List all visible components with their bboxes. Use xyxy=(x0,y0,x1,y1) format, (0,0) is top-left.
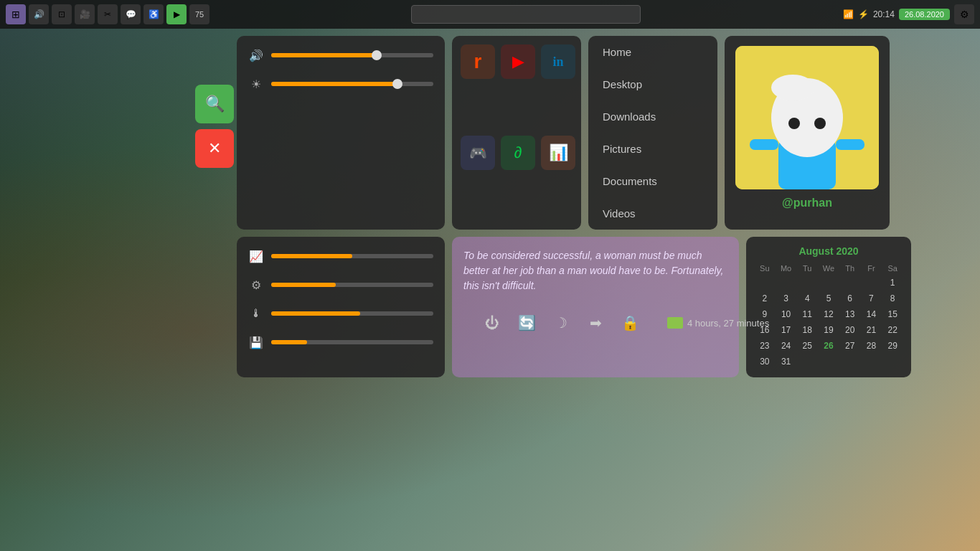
brightness-thumb[interactable] xyxy=(392,79,402,89)
stat1-track[interactable] xyxy=(271,254,433,258)
cal-day-empty xyxy=(776,276,796,290)
cal-day-10[interactable]: 10 xyxy=(776,307,796,321)
lock-icon[interactable]: 🔒 xyxy=(618,311,641,334)
stat4-row: 💾 xyxy=(248,334,433,350)
cal-day-19[interactable]: 19 xyxy=(819,323,839,337)
cal-day-21[interactable]: 21 xyxy=(862,323,882,337)
cal-day-26-today[interactable]: 26 xyxy=(819,339,839,353)
cal-day-22[interactable]: 22 xyxy=(882,323,903,337)
nav-downloads[interactable]: Downloads xyxy=(588,100,717,133)
cal-day-23[interactable]: 23 xyxy=(755,339,775,353)
topbar-video-icon[interactable]: 🎥 xyxy=(75,4,95,24)
topbar-scissors-icon[interactable]: ✂ xyxy=(98,4,118,24)
cal-header-mo: Mo xyxy=(776,263,796,274)
cal-header-fr: Fr xyxy=(862,263,882,274)
nav-documents[interactable]: Documents xyxy=(588,165,717,197)
topbar-grid-icon[interactable]: ⊞ xyxy=(6,4,26,24)
topbar-play-icon[interactable]: ▶ xyxy=(166,4,187,24)
cal-day-empty xyxy=(840,354,860,369)
nav-pictures[interactable]: Pictures xyxy=(588,133,717,165)
topbar-search-bar[interactable] xyxy=(411,5,641,24)
stat2-row: ⚙ xyxy=(248,277,433,293)
cal-day-1[interactable]: 1 xyxy=(882,276,903,290)
avatar-svg xyxy=(735,46,879,189)
cal-day-24[interactable]: 24 xyxy=(776,339,796,353)
nav-home[interactable]: Home xyxy=(588,36,717,68)
sliders-panel-top: 🔊 ☀ xyxy=(237,36,445,230)
cal-day-31[interactable]: 31 xyxy=(776,354,796,369)
cal-day-29[interactable]: 29 xyxy=(882,339,903,353)
topbar-volume-number[interactable]: 75 xyxy=(189,4,209,24)
topbar-date-btn[interactable]: 26.08.2020 xyxy=(899,9,950,20)
volume-icon: 🔊 xyxy=(248,47,264,63)
power-icon[interactable]: ⏻ xyxy=(481,311,504,334)
svg-point-3 xyxy=(771,75,814,100)
topbar-time: 20:14 xyxy=(873,9,895,19)
cal-day-18[interactable]: 18 xyxy=(797,323,817,337)
cal-day-27[interactable]: 27 xyxy=(840,339,860,353)
logout-icon[interactable]: ➡ xyxy=(584,311,607,334)
stat3-fill xyxy=(271,311,360,316)
stat4-track[interactable] xyxy=(271,340,433,344)
cal-day-17[interactable]: 17 xyxy=(776,323,796,337)
topbar-accessibility-icon[interactable]: ♿ xyxy=(143,4,164,24)
chart-link[interactable]: 📊 xyxy=(541,136,575,170)
cal-day-2[interactable]: 2 xyxy=(755,291,775,306)
row1: 🔊 ☀ r ▶ in 🎮 ∂ xyxy=(237,36,911,230)
cal-day-7[interactable]: 7 xyxy=(862,291,882,306)
deviantart-link[interactable]: ∂ xyxy=(501,136,535,170)
cal-day-11[interactable]: 11 xyxy=(797,307,817,321)
cal-day-6[interactable]: 6 xyxy=(840,291,860,306)
brightness-slider-row: ☀ xyxy=(248,76,433,92)
volume-track[interactable] xyxy=(271,53,433,57)
topbar-audio-icon[interactable]: 🔊 xyxy=(29,4,49,24)
stat2-track[interactable] xyxy=(271,283,433,287)
cal-day-28[interactable]: 28 xyxy=(862,339,882,353)
topbar-chat-icon[interactable]: 💬 xyxy=(121,4,141,24)
main-container: 🔊 ☀ r ▶ in 🎮 ∂ xyxy=(237,36,911,377)
nav-desktop[interactable]: Desktop xyxy=(588,68,717,100)
cal-day-12[interactable]: 12 xyxy=(819,307,839,321)
cal-header-tu: Tu xyxy=(797,263,817,274)
stat4-icon: 💾 xyxy=(248,334,264,350)
cal-day-14[interactable]: 14 xyxy=(862,307,882,321)
discord-link[interactable]: 🎮 xyxy=(461,136,495,170)
svg-rect-7 xyxy=(836,139,864,150)
cal-day-8[interactable]: 8 xyxy=(882,291,903,306)
reddit-link[interactable]: r xyxy=(461,44,495,79)
svg-point-4 xyxy=(788,118,800,129)
cal-day-empty xyxy=(797,354,817,369)
cal-day-13[interactable]: 13 xyxy=(840,307,860,321)
cal-day-empty xyxy=(755,276,775,290)
svg-rect-6 xyxy=(750,139,778,150)
brightness-track[interactable] xyxy=(271,82,433,86)
volume-thumb[interactable] xyxy=(372,50,382,60)
stat3-row: 🌡 xyxy=(248,306,433,321)
username: @purhan xyxy=(782,197,832,209)
close-button[interactable]: ✕ xyxy=(195,129,234,168)
cal-day-3[interactable]: 3 xyxy=(776,291,796,306)
restart-icon[interactable]: 🔄 xyxy=(515,311,538,334)
sleep-icon[interactable]: ☽ xyxy=(550,311,573,334)
cal-day-15[interactable]: 15 xyxy=(882,307,903,321)
cal-day-25[interactable]: 25 xyxy=(797,339,817,353)
youtube-link[interactable]: ▶ xyxy=(501,44,535,79)
search-button[interactable]: 🔍 xyxy=(195,85,234,123)
cal-header-sa: Sa xyxy=(882,263,903,274)
linkedin-link[interactable]: in xyxy=(541,44,575,79)
stat1-row: 📈 xyxy=(248,248,433,264)
uptime-monitor-icon xyxy=(667,317,683,329)
cal-day-30[interactable]: 30 xyxy=(755,354,775,369)
topbar-display-icon[interactable]: ⊡ xyxy=(52,4,72,24)
row2: 📈 ⚙ 🌡 💾 xyxy=(237,237,911,377)
topbar-right: 📶 ⚡ 20:14 26.08.2020 ⚙ xyxy=(843,4,974,24)
stat3-track[interactable] xyxy=(271,311,433,316)
cal-day-empty xyxy=(819,354,839,369)
cal-day-20[interactable]: 20 xyxy=(840,323,860,337)
cal-header-we: We xyxy=(819,263,839,274)
topbar-settings-icon[interactable]: ⚙ xyxy=(954,4,974,24)
cal-day-4[interactable]: 4 xyxy=(797,291,817,306)
nav-videos[interactable]: Videos xyxy=(588,197,717,230)
cal-day-5[interactable]: 5 xyxy=(819,291,839,306)
cal-header-su: Su xyxy=(755,263,775,274)
